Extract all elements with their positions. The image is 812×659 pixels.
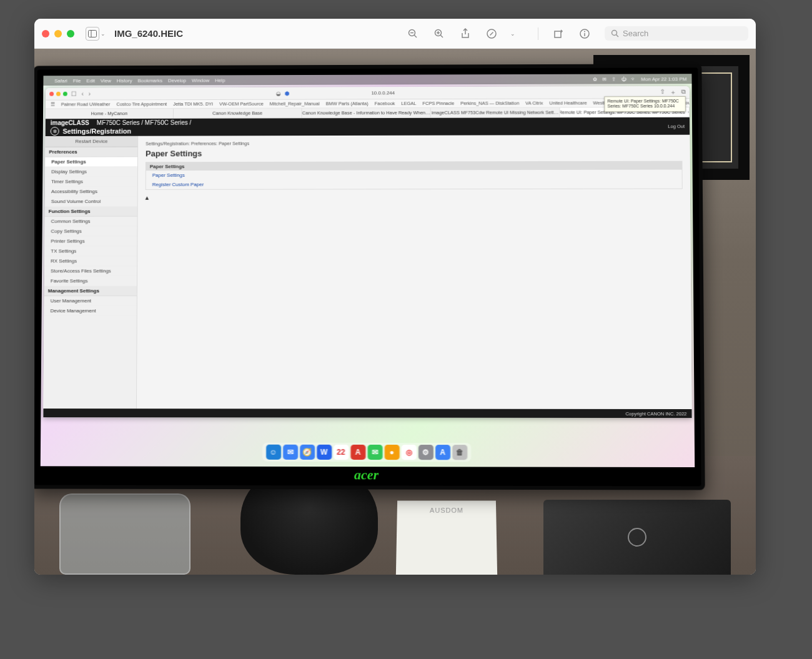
dock-app-icon[interactable]: ● [384,445,399,460]
dock-app-icon[interactable]: ✉ [367,445,382,460]
dock-app-icon[interactable]: W [317,445,332,460]
settings-link[interactable]: Register Custom Paper [146,179,682,189]
new-tab-icon[interactable]: ＋ [670,88,676,97]
bookmarks-icon[interactable]: ☰ [51,102,55,107]
zoom-out-button[interactable] [407,27,419,40]
monitor-brand-label: acer [354,467,379,483]
zoom-window-button[interactable] [63,92,67,96]
tab-label: imageCLASS MF753Cdw Remote UI Missing Ne… [432,109,558,115]
mac-menu-item[interactable]: Help [215,77,225,83]
close-tab-icon[interactable]: × [688,109,690,115]
address-bar[interactable]: 10.0.0.244 [294,90,473,96]
mac-menu-item[interactable]: History [117,77,132,83]
sidebar-item[interactable]: Paper Settings [45,157,137,167]
menubar-clock[interactable]: Mon Apr 22 1:03 PM [641,76,686,82]
preview-toolbar: ⌄ Search [407,26,748,41]
sidebar-item[interactable]: Store/Access Files Settings [44,266,137,276]
browser-tab[interactable]: Home - MyCanon [46,109,174,118]
bookmark-item[interactable]: Jetta TDI MK5. DYI [173,101,213,107]
mac-menu-item[interactable]: Edit [86,77,95,83]
menubar-icon[interactable]: ᯤ [631,76,636,82]
bookmark-item[interactable]: Perkins_NAS — DiskStation [460,101,519,106]
zoom-in-button[interactable] [433,27,445,40]
mac-menu-item[interactable]: Bookmarks [137,77,162,83]
sidebar-toggle-icon[interactable]: ☐ [71,91,77,97]
tabs-overview-icon[interactable]: ⧉ [681,88,686,97]
shield-icon[interactable]: ◒ [276,90,281,96]
window-traffic-lights[interactable] [42,30,74,37]
sidebar-section-header: Function Settings [45,207,137,217]
photo-content: SafariFileEditViewHistoryBookmarksDevelo… [34,49,756,575]
mac-menu-item[interactable]: View [101,77,111,83]
restart-device-button[interactable]: Restart Device [46,136,138,147]
chevron-down-icon[interactable]: ⌄ [101,31,106,37]
sidebar-item[interactable]: Favorite Settings [44,276,137,286]
browser-tab[interactable]: Canon Knowledge Base [174,108,302,117]
back-button[interactable]: ‹ [82,91,84,97]
dock-app-icon[interactable]: 22 [334,445,349,460]
chevron-down-icon[interactable]: ⌄ [510,31,515,37]
bookmark-item[interactable]: BMW Parts (Atlanta) [326,101,369,106]
mac-menu-item[interactable]: Safari [54,78,67,84]
bookmark-item[interactable]: VW-OEM PartSource [219,101,264,107]
bookmark-item[interactable]: Palmer Road UWeather [61,101,111,107]
rotate-button[interactable] [552,27,565,40]
dock-app-icon[interactable]: ☺ [266,445,281,460]
logout-link[interactable]: Log Out [668,123,685,129]
menubar-icon[interactable]: ✿ [593,76,597,82]
sidebar-item[interactable]: Display Settings [45,167,137,177]
browser-tab[interactable]: Canon Knowledge Base - Information to Ha… [302,108,430,117]
bookmark-item[interactable]: Costco Tire Appointment [116,101,167,107]
close-window-button[interactable] [42,30,49,37]
sidebar-item[interactable]: User Management [44,296,137,306]
sidebar-item[interactable]: Timer Settings [45,177,137,187]
dock-app-icon[interactable]: 🧭 [300,445,315,460]
forward-button[interactable]: › [89,91,91,97]
menubar-icon[interactable]: ⇪ [611,76,616,82]
sidebar-item[interactable]: Device Management [44,306,137,316]
sidebar-item[interactable]: Copy Settings [44,227,137,237]
sidebar-item[interactable]: Sound Volume Control [45,197,137,207]
browser-tab[interactable]: imageCLASS MF753Cdw Remote UI Missing Ne… [431,107,560,117]
dock-app-icon[interactable]: A [350,445,365,460]
safari-traffic-lights[interactable] [49,92,67,96]
info-button[interactable] [578,27,591,40]
close-window-button[interactable] [49,92,54,96]
bookmark-item[interactable]: FCPS Pinnacle [422,101,454,106]
canon-header: imageCLASS MF750C Series / MF750C Series… [46,117,690,136]
sidebar-item[interactable]: TX Settings [44,246,137,256]
bookmark-item[interactable]: Facebook [375,101,395,106]
canon-brand: imageCLASS MF750C Series / MF750C Series… [51,119,192,126]
bookmark-item[interactable]: LEGAL [401,101,416,106]
dock-app-icon[interactable]: ⚙ [418,445,433,460]
safari-toolbar: ☐ ‹ › ◒ ⬢ 10.0.0.244 ⇧ ＋ [46,86,690,101]
mac-menu-item[interactable]: Window [192,77,209,83]
settings-link[interactable]: Paper Settings [146,170,682,180]
sidebar-toggle-button[interactable] [86,27,99,41]
dock-app-icon[interactable]: A [435,445,450,460]
bookmark-item[interactable]: VA Citrix [525,101,543,106]
mac-menu-item[interactable]: File [73,78,81,84]
sidebar-item[interactable]: Common Settings [45,217,137,227]
mac-menu-item[interactable]: Develop [168,77,186,83]
extension-icon[interactable]: ⬢ [285,90,290,96]
sidebar-item[interactable]: RX Settings [44,256,137,266]
sidebar-item[interactable]: Printer Settings [44,236,137,246]
preview-search-field[interactable]: Search [605,26,748,41]
sidebar-item[interactable]: Accessibility Settings [45,187,137,197]
menubar-icon[interactable]: ⏻ [621,76,626,82]
canon-sidebar: Restart DevicePreferencesPaper SettingsD… [43,136,138,409]
bookmark-item[interactable]: United Healthcare [549,100,587,106]
dock-app-icon[interactable]: 🗑 [452,445,467,460]
minimize-window-button[interactable] [56,92,61,96]
bookmark-item[interactable]: Mitchell_Repair_Manual [270,101,320,107]
dock-app-icon[interactable]: ✉ [283,445,298,460]
minimize-window-button[interactable] [54,30,62,37]
share-button[interactable] [459,27,472,40]
markup-button[interactable] [485,27,498,40]
dock-app-icon[interactable]: ◎ [401,445,416,460]
share-icon[interactable]: ⇧ [660,88,665,97]
menubar-icon[interactable]: ✉ [602,76,607,82]
back-to-top-icon[interactable]: ▴ [146,193,683,202]
zoom-window-button[interactable] [67,30,74,37]
